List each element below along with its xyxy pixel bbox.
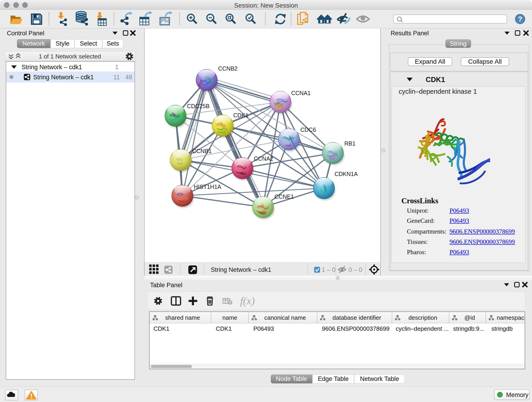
svg-text:@id: @id — [464, 314, 475, 321]
svg-text:CCNA1: CCNA1 — [291, 90, 311, 96]
svg-text:database identifier: database identifier — [332, 314, 381, 321]
svg-text:HIST1H1A: HIST1H1A — [194, 184, 221, 190]
svg-text:CCNB1: CCNB1 — [192, 148, 212, 154]
svg-text:RB1: RB1 — [344, 140, 355, 147]
svg-text:CDC6: CDC6 — [300, 127, 316, 133]
svg-text:CCNE1: CCNE1 — [274, 193, 294, 200]
svg-text:CDK1: CDK1 — [233, 112, 249, 119]
svg-text:description: description — [409, 314, 437, 321]
svg-text:canonical name: canonical name — [264, 314, 306, 321]
svg-text:shared name: shared name — [165, 314, 200, 321]
svg-text:name: name — [222, 314, 237, 321]
svg-text:f(x): f(x) — [240, 295, 255, 307]
svg-text:namespace: namespace — [497, 314, 525, 321]
svg-text:CCNA2: CCNA2 — [254, 155, 273, 162]
svg-text:CCNB2: CCNB2 — [218, 65, 238, 72]
svg-text:CDKN1A: CDKN1A — [335, 171, 358, 177]
svg-text:CDC25B: CDC25B — [187, 103, 210, 109]
